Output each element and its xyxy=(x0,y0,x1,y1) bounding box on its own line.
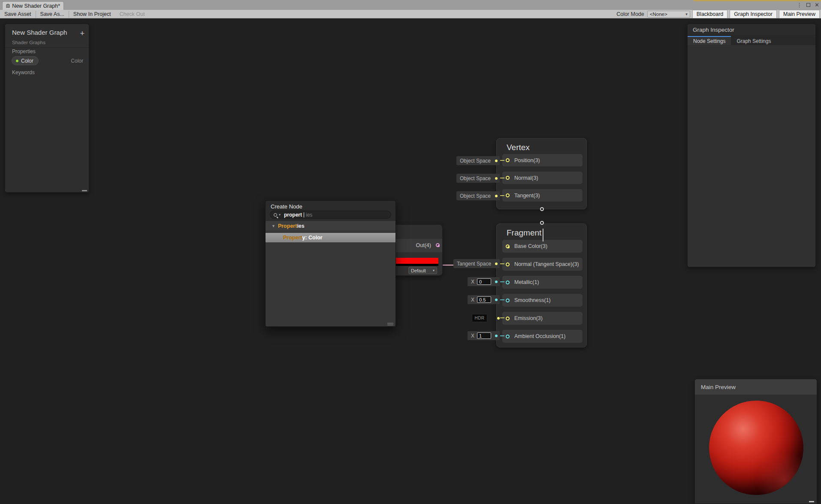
emission-port[interactable] xyxy=(506,317,510,320)
result-match-text: Propert xyxy=(283,235,302,241)
result-row-property-color[interactable]: Property: Color xyxy=(266,233,395,242)
axis-label: X xyxy=(471,297,474,303)
metallic-port[interactable] xyxy=(506,281,510,284)
search-icon xyxy=(274,213,277,217)
port-dot-icon xyxy=(495,160,498,162)
slot-label: Ambient Occlusion(1) xyxy=(514,333,566,339)
collapse-triangle-icon: ▼ xyxy=(272,224,275,228)
dash-connector xyxy=(500,263,504,264)
vertex-fragment-link xyxy=(543,229,543,241)
text-caret xyxy=(304,212,304,217)
fragment-node[interactable]: Fragment Base Color(3) Normal (Tangent S… xyxy=(496,223,587,347)
node-search-field[interactable]: ▾ propert ies xyxy=(270,211,391,219)
search-results-list: ▼ Properties Property: Color xyxy=(266,221,395,326)
main-preview-toggle-button[interactable]: Main Preview xyxy=(779,10,820,18)
space-dropdown-normal[interactable]: Object Space xyxy=(456,174,500,183)
out-port-label: Out(4) xyxy=(416,242,431,248)
dash-connector xyxy=(500,299,504,300)
hdr-color-button[interactable]: HDR xyxy=(472,314,487,322)
window-menu-icon[interactable]: ⋮ xyxy=(797,2,802,8)
slot-ambient-occlusion: Ambient Occlusion(1) xyxy=(502,330,583,343)
color-mode-label: Color Mode xyxy=(616,11,644,17)
save-as-button[interactable]: Save As... xyxy=(36,10,69,18)
space-label: Object Space xyxy=(460,175,491,181)
vertex-out-connector[interactable] xyxy=(540,207,544,211)
category-rest-text: ies xyxy=(297,223,304,229)
base-color-port[interactable] xyxy=(506,244,510,248)
color-mode-dropdown[interactable]: <None> ▾ xyxy=(647,11,690,18)
category-row-properties[interactable]: ▼ Properties xyxy=(266,221,395,230)
fragment-in-connector[interactable] xyxy=(540,221,544,225)
smoothness-port[interactable] xyxy=(506,299,510,302)
dash-connector xyxy=(500,335,504,336)
normal-ts-port[interactable] xyxy=(506,263,510,266)
chevron-down-icon: ▾ xyxy=(685,12,688,16)
dash-connector xyxy=(500,160,504,161)
metallic-value-chip: X 0 xyxy=(468,277,500,286)
position-port[interactable] xyxy=(506,158,510,162)
main-preview-title: Main Preview xyxy=(695,384,736,390)
tangent-port[interactable] xyxy=(506,193,510,197)
add-property-button[interactable]: + xyxy=(80,30,85,37)
divider xyxy=(5,47,89,48)
port-dot-icon xyxy=(495,281,498,283)
color-mode-default-dropdown[interactable]: Default ▾ xyxy=(408,267,437,274)
shader-graph-asset-icon xyxy=(6,3,10,9)
exposed-dot-icon xyxy=(16,60,18,62)
space-dropdown-tangent[interactable]: Object Space xyxy=(456,191,500,200)
slot-normal: Normal(3) xyxy=(502,172,583,184)
popup-resize-handle[interactable] xyxy=(387,323,393,325)
fragment-node-title: Fragment xyxy=(507,228,541,238)
port-dot-icon xyxy=(495,195,498,197)
window-maximize-icon[interactable] xyxy=(806,3,810,7)
space-label: Tangent Space xyxy=(457,261,491,267)
graph-inspector-toggle-button[interactable]: Graph Inspector xyxy=(730,10,777,18)
search-options-chevron-icon[interactable]: ▾ xyxy=(279,213,281,217)
normal-port[interactable] xyxy=(506,176,510,180)
main-preview-panel: Main Preview xyxy=(694,379,817,504)
show-in-project-button[interactable]: Show In Project xyxy=(69,10,115,18)
smoothness-value-input[interactable]: 0.5 xyxy=(477,296,491,303)
blackboard-toggle-button[interactable]: Blackboard xyxy=(692,10,728,18)
slot-normal-ts: Normal (Tangent Space)(3) xyxy=(502,258,583,271)
save-asset-button[interactable]: Save Asset xyxy=(0,10,36,18)
ambient-occlusion-port[interactable] xyxy=(506,335,510,338)
window-close-icon[interactable]: ✕ xyxy=(815,2,819,8)
create-node-popup: Create Node ▾ propert ies ▼ Properties P… xyxy=(265,200,396,327)
vertex-node[interactable]: Vertex Position(3) Normal(3) Tangent(3) xyxy=(496,138,587,209)
category-match-text: Propert xyxy=(278,223,297,229)
dash-connector xyxy=(500,195,504,196)
out-port[interactable] xyxy=(436,243,440,247)
metallic-value-input[interactable]: 0 xyxy=(477,278,491,285)
slot-tangent: Tangent(3) xyxy=(502,189,583,202)
blackboard-title: New Shader Graph xyxy=(12,29,67,36)
preview-sphere[interactable] xyxy=(709,401,803,495)
dash-connector xyxy=(500,281,504,282)
properties-section-label: Properties xyxy=(12,48,36,54)
blackboard-resize-handle[interactable] xyxy=(82,190,87,191)
slot-label: Base Color(3) xyxy=(514,243,547,249)
search-query-text: propert xyxy=(284,212,302,218)
preview-resize-handle[interactable] xyxy=(809,501,814,502)
property-name: Color xyxy=(21,58,33,64)
port-dot-icon xyxy=(497,317,500,320)
graph-canvas[interactable]: New Shader Graph + Shader Graphs Propert… xyxy=(0,18,821,504)
inspector-tab-bar: Node Settings Graph Settings xyxy=(688,36,815,45)
axis-label: X xyxy=(471,333,474,339)
dash-connector xyxy=(500,178,504,178)
tab-graph-settings[interactable]: Graph Settings xyxy=(731,36,776,45)
tab-node-settings[interactable]: Node Settings xyxy=(688,36,731,45)
toolbar: Save Asset Save As... Show In Project Ch… xyxy=(0,10,821,18)
smoothness-value-chip: X 0.5 xyxy=(468,295,500,304)
space-dropdown-tangent-space[interactable]: Tangent Space xyxy=(453,259,500,268)
vertex-node-title: Vertex xyxy=(507,143,530,152)
ambient-occlusion-value-input[interactable]: 1 xyxy=(477,332,491,339)
space-label: Object Space xyxy=(460,158,491,164)
main-preview-header: Main Preview xyxy=(695,379,817,395)
slot-label: Position(3) xyxy=(514,157,540,163)
document-tab[interactable]: New Shader Graph* xyxy=(2,1,64,10)
slot-label: Normal (Tangent Space)(3) xyxy=(514,261,579,267)
color-property-pill[interactable]: Color xyxy=(12,56,39,65)
blackboard-panel: New Shader Graph + Shader Graphs Propert… xyxy=(5,24,89,193)
space-dropdown-position[interactable]: Object Space xyxy=(456,156,500,165)
